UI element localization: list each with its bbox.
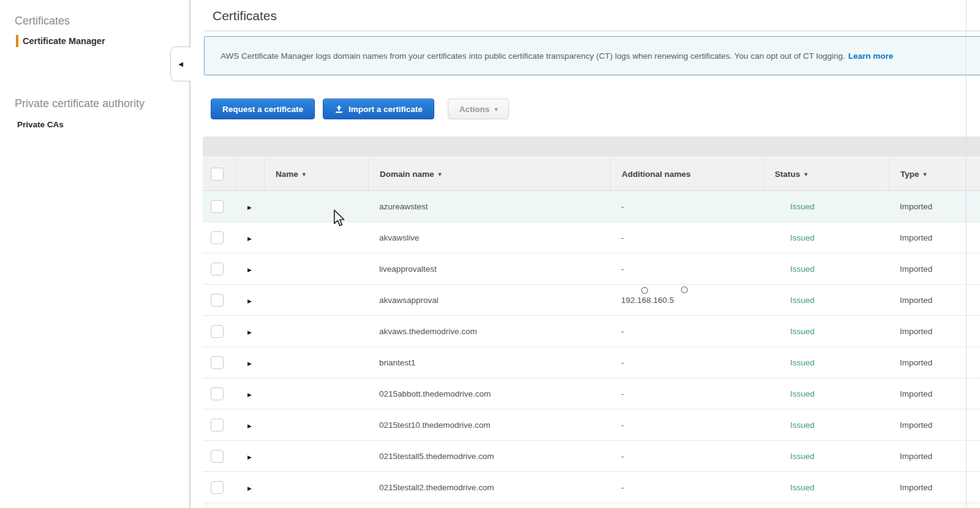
sort-caret-icon: ▾	[804, 171, 807, 177]
expand-cell: ▶	[235, 358, 264, 367]
cell-additional-names: -	[610, 264, 763, 274]
cell-domain-name: liveapprovaltest	[368, 264, 610, 274]
expand-row-icon[interactable]: ▶	[247, 423, 252, 429]
window-edge-line	[966, 0, 967, 508]
expand-row-icon[interactable]: ▶	[247, 204, 252, 211]
column-header-label: Status	[775, 170, 800, 179]
ct-logging-info-banner: AWS Certificate Manager logs domain name…	[204, 36, 980, 75]
table-row: ▶0215test10.thedemodrive.com-IssuedImpor…	[203, 409, 980, 441]
title-divider	[204, 31, 980, 31]
row-checkbox-cell	[203, 419, 235, 431]
expand-row-icon[interactable]: ▶	[247, 454, 252, 460]
expand-cell: ▶	[235, 296, 264, 305]
row-checkbox-cell	[203, 387, 235, 400]
cell-status: Issued	[763, 202, 889, 211]
row-checkbox[interactable]	[211, 387, 224, 400]
action-buttons-row: Request a certificate Import a certifica…	[211, 99, 980, 119]
expand-row-icon[interactable]: ▶	[247, 360, 252, 367]
row-checkbox[interactable]	[211, 231, 224, 244]
table-row: ▶azureawstest-IssuedImported	[203, 191, 980, 222]
row-checkbox[interactable]	[211, 481, 224, 494]
expand-row-icon[interactable]: ▶	[247, 298, 252, 304]
table-row: ▶akvawsapproval192.168.160.5IssuedImport…	[203, 285, 980, 316]
table-header-row: Name▾Domain name▾Additional namesStatus▾…	[203, 158, 980, 191]
expand-row-icon[interactable]: ▶	[247, 236, 252, 242]
column-header-add: Additional names	[610, 158, 763, 190]
row-checkbox-cell	[203, 231, 235, 244]
cell-additional-names: -	[610, 420, 763, 430]
select-all-checkbox[interactable]	[211, 168, 224, 181]
expand-cell: ▶	[235, 452, 264, 461]
cell-status: Issued	[763, 420, 889, 430]
cell-domain-name: akvawslive	[368, 233, 610, 242]
table-row: ▶liveapprovaltest-IssuedImported	[203, 253, 980, 285]
actions-dropdown-button[interactable]: Actions ▾	[448, 99, 510, 119]
row-checkbox-cell	[203, 263, 235, 275]
row-checkbox[interactable]	[211, 294, 224, 307]
cell-status: Issued	[763, 264, 889, 274]
sidebar-item-label: Certificate Manager	[23, 35, 105, 47]
table-row: ▶akvaws.thedemodrive.com-IssuedImported	[203, 316, 980, 347]
sidebar-item-label: Private CAs	[17, 120, 64, 129]
column-header-name[interactable]: Name▾	[264, 158, 368, 190]
main-content: Certificates AWS Certificate Manager log…	[190, 0, 980, 508]
cell-status: Issued	[763, 358, 889, 367]
cell-domain-name: 0215test10.thedemodrive.com	[368, 420, 610, 430]
sidebar: Certificates Certificate Manager Private…	[0, 0, 190, 508]
sidebar-section-certificates: Certificates	[15, 15, 189, 28]
sort-caret-icon: ▾	[303, 171, 306, 177]
button-label: Import a certificate	[349, 105, 423, 114]
row-checkbox[interactable]	[211, 200, 224, 213]
column-header-label: Domain name	[380, 170, 434, 179]
annotation-circle	[681, 286, 688, 293]
table-row: ▶0215testall5.thedemodrive.com-IssuedImp…	[203, 441, 980, 472]
cell-additional-names: -	[610, 389, 763, 398]
row-checkbox-cell	[203, 481, 235, 494]
row-checkbox-cell	[203, 450, 235, 463]
row-checkbox-cell	[203, 294, 235, 307]
expand-row-icon[interactable]: ▶	[247, 485, 252, 491]
column-header-domain[interactable]: Domain name▾	[368, 158, 610, 190]
select-all-header-cell[interactable]	[203, 158, 235, 190]
expand-row-icon[interactable]: ▶	[247, 329, 252, 335]
table-row: ▶0215testall2.thedemodrive.com-IssuedImp…	[203, 472, 980, 503]
learn-more-link[interactable]: Learn more	[848, 51, 894, 61]
sidebar-item-certificate-manager[interactable]: Certificate Manager	[16, 35, 105, 47]
row-checkbox[interactable]	[211, 356, 224, 369]
expand-row-icon[interactable]: ▶	[247, 392, 252, 398]
table-bottom-strip	[203, 503, 980, 508]
sidebar-collapse-button[interactable]: ◀	[170, 47, 190, 81]
row-checkbox[interactable]	[211, 263, 224, 275]
row-checkbox-cell	[203, 356, 235, 369]
mouse-cursor	[333, 209, 346, 230]
table-row: ▶briantest1-IssuedImported	[203, 347, 980, 378]
row-checkbox-cell	[203, 200, 235, 213]
chevron-down-icon: ▾	[494, 106, 497, 113]
request-certificate-button[interactable]: Request a certificate	[211, 99, 315, 119]
upload-icon	[334, 105, 344, 114]
row-checkbox-cell	[203, 325, 235, 338]
cell-domain-name: 0215testall2.thedemodrive.com	[368, 483, 610, 492]
cell-status: Issued	[763, 327, 889, 336]
cell-additional-names: -	[610, 202, 763, 211]
sort-caret-icon: ▾	[924, 171, 927, 177]
cell-domain-name: akvaws.thedemodrive.com	[368, 327, 610, 336]
banner-text: AWS Certificate Manager logs domain name…	[221, 51, 845, 61]
sidebar-item-private-cas[interactable]: Private CAs	[17, 120, 189, 129]
cell-status: Issued	[763, 452, 889, 461]
cell-additional-names: -	[610, 327, 763, 336]
cell-additional-names: -	[610, 233, 763, 242]
cell-domain-name: akvawsapproval	[368, 296, 610, 305]
row-checkbox[interactable]	[211, 325, 224, 338]
cell-domain-name: azureawstest	[368, 202, 610, 211]
cell-status: Issued	[763, 483, 889, 492]
import-certificate-button[interactable]: Import a certificate	[323, 99, 434, 119]
expand-row-icon[interactable]: ▶	[247, 267, 252, 273]
collapse-arrow-icon: ◀	[178, 61, 183, 67]
expand-cell: ▶	[235, 420, 264, 430]
row-checkbox[interactable]	[211, 419, 224, 431]
column-header-status[interactable]: Status▾	[763, 158, 889, 190]
expand-cell: ▶	[235, 233, 264, 242]
row-checkbox[interactable]	[211, 450, 224, 463]
column-header-label: Name	[276, 170, 298, 179]
